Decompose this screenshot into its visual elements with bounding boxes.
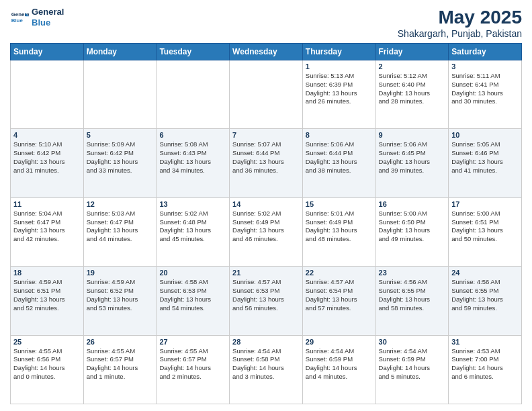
day-number: 19: [87, 269, 154, 277]
day-info: Sunrise: 4:59 AM Sunset: 6:52 PM Dayligh…: [87, 278, 154, 312]
weekday-header-saturday: Saturday: [449, 44, 522, 60]
calendar-body: 1Sunrise: 5:13 AM Sunset: 6:39 PM Daylig…: [11, 60, 522, 404]
day-number: 13: [159, 200, 226, 208]
calendar-cell: 18Sunrise: 4:59 AM Sunset: 6:51 PM Dayli…: [11, 267, 84, 335]
calendar-cell: 4Sunrise: 5:10 AM Sunset: 6:42 PM Daylig…: [11, 129, 84, 197]
day-info: Sunrise: 4:54 AM Sunset: 6:59 PM Dayligh…: [306, 347, 373, 381]
calendar-cell: 30Sunrise: 4:54 AM Sunset: 6:59 PM Dayli…: [375, 335, 449, 404]
header: General Blue General Blue May 2025 Shaka…: [10, 7, 522, 39]
day-info: Sunrise: 5:00 AM Sunset: 6:51 PM Dayligh…: [451, 210, 519, 244]
day-number: 15: [306, 200, 373, 208]
calendar-cell: 23Sunrise: 4:56 AM Sunset: 6:55 PM Dayli…: [375, 267, 449, 335]
day-number: 6: [159, 131, 226, 139]
calendar-cell: 15Sunrise: 5:01 AM Sunset: 6:49 PM Dayli…: [302, 197, 375, 266]
day-number: 22: [306, 269, 373, 277]
calendar-cell: 28Sunrise: 4:54 AM Sunset: 6:58 PM Dayli…: [230, 335, 303, 404]
calendar-cell: 16Sunrise: 5:00 AM Sunset: 6:50 PM Dayli…: [375, 197, 449, 266]
weekday-header-friday: Friday: [375, 44, 449, 60]
calendar-cell: 6Sunrise: 5:08 AM Sunset: 6:43 PM Daylig…: [157, 129, 230, 197]
day-number: 12: [87, 200, 154, 208]
day-number: 24: [451, 269, 519, 277]
day-info: Sunrise: 4:55 AM Sunset: 6:56 PM Dayligh…: [13, 347, 81, 381]
subtitle: Shakargarh, Punjab, Pakistan: [398, 28, 522, 39]
title-block: May 2025 Shakargarh, Punjab, Pakistan: [398, 7, 522, 39]
day-number: 29: [306, 338, 373, 346]
day-number: 2: [379, 62, 446, 71]
day-number: 5: [87, 131, 154, 139]
day-number: 8: [306, 131, 373, 139]
day-number: 23: [379, 269, 446, 277]
day-info: Sunrise: 5:11 AM Sunset: 6:41 PM Dayligh…: [451, 72, 519, 106]
day-info: Sunrise: 4:58 AM Sunset: 6:53 PM Dayligh…: [159, 278, 226, 312]
weekday-header-thursday: Thursday: [302, 44, 375, 60]
day-number: 21: [232, 269, 300, 277]
calendar-cell: 13Sunrise: 5:02 AM Sunset: 6:48 PM Dayli…: [157, 197, 230, 266]
calendar-cell: [83, 60, 157, 129]
calendar-cell: [157, 60, 230, 129]
page: General Blue General Blue May 2025 Shaka…: [0, 0, 532, 411]
day-info: Sunrise: 4:54 AM Sunset: 6:58 PM Dayligh…: [232, 347, 300, 381]
day-info: Sunrise: 5:12 AM Sunset: 6:40 PM Dayligh…: [379, 72, 446, 106]
day-info: Sunrise: 5:02 AM Sunset: 6:49 PM Dayligh…: [232, 210, 300, 244]
day-number: 10: [451, 131, 519, 139]
calendar-cell: 26Sunrise: 4:55 AM Sunset: 6:57 PM Dayli…: [83, 335, 157, 404]
day-number: 7: [232, 131, 300, 139]
calendar-cell: 29Sunrise: 4:54 AM Sunset: 6:59 PM Dayli…: [302, 335, 375, 404]
day-number: 25: [13, 338, 81, 346]
calendar-header: SundayMondayTuesdayWednesdayThursdayFrid…: [11, 44, 522, 60]
calendar-cell: 5Sunrise: 5:09 AM Sunset: 6:42 PM Daylig…: [83, 129, 157, 197]
calendar-week-5: 25Sunrise: 4:55 AM Sunset: 6:56 PM Dayli…: [11, 335, 522, 404]
day-info: Sunrise: 4:56 AM Sunset: 6:55 PM Dayligh…: [451, 278, 519, 312]
calendar-week-4: 18Sunrise: 4:59 AM Sunset: 6:51 PM Dayli…: [11, 267, 522, 335]
main-title: May 2025: [398, 7, 522, 28]
calendar-cell: 7Sunrise: 5:07 AM Sunset: 6:44 PM Daylig…: [230, 129, 303, 197]
day-number: 17: [451, 200, 519, 208]
calendar-cell: 11Sunrise: 5:04 AM Sunset: 6:47 PM Dayli…: [11, 197, 84, 266]
logo-text: General Blue: [32, 7, 64, 28]
logo-icon: General Blue: [10, 8, 29, 27]
calendar-cell: 24Sunrise: 4:56 AM Sunset: 6:55 PM Dayli…: [449, 267, 522, 335]
day-info: Sunrise: 5:04 AM Sunset: 6:47 PM Dayligh…: [13, 210, 81, 244]
weekday-header-sunday: Sunday: [11, 44, 84, 60]
day-info: Sunrise: 5:13 AM Sunset: 6:39 PM Dayligh…: [306, 72, 373, 106]
day-number: 30: [379, 338, 446, 346]
calendar-table: SundayMondayTuesdayWednesdayThursdayFrid…: [10, 43, 522, 404]
calendar-cell: 3Sunrise: 5:11 AM Sunset: 6:41 PM Daylig…: [449, 60, 522, 129]
calendar-week-2: 4Sunrise: 5:10 AM Sunset: 6:42 PM Daylig…: [11, 129, 522, 197]
calendar-cell: 22Sunrise: 4:57 AM Sunset: 6:54 PM Dayli…: [302, 267, 375, 335]
day-info: Sunrise: 4:54 AM Sunset: 6:59 PM Dayligh…: [379, 347, 446, 381]
calendar-cell: 12Sunrise: 5:03 AM Sunset: 6:47 PM Dayli…: [83, 197, 157, 266]
day-info: Sunrise: 5:03 AM Sunset: 6:47 PM Dayligh…: [87, 210, 154, 244]
day-info: Sunrise: 5:06 AM Sunset: 6:45 PM Dayligh…: [379, 140, 446, 175]
day-info: Sunrise: 4:53 AM Sunset: 7:00 PM Dayligh…: [451, 347, 519, 381]
day-info: Sunrise: 4:56 AM Sunset: 6:55 PM Dayligh…: [379, 278, 446, 312]
day-info: Sunrise: 5:09 AM Sunset: 6:42 PM Dayligh…: [87, 140, 154, 175]
day-info: Sunrise: 5:07 AM Sunset: 6:44 PM Dayligh…: [232, 140, 300, 175]
day-info: Sunrise: 5:10 AM Sunset: 6:42 PM Dayligh…: [13, 140, 81, 175]
calendar-cell: 20Sunrise: 4:58 AM Sunset: 6:53 PM Dayli…: [157, 267, 230, 335]
calendar-week-3: 11Sunrise: 5:04 AM Sunset: 6:47 PM Dayli…: [11, 197, 522, 266]
day-number: 9: [379, 131, 446, 139]
day-info: Sunrise: 5:02 AM Sunset: 6:48 PM Dayligh…: [159, 210, 226, 244]
calendar-cell: 27Sunrise: 4:55 AM Sunset: 6:57 PM Dayli…: [157, 335, 230, 404]
day-number: 18: [13, 269, 81, 277]
svg-text:Blue: Blue: [11, 17, 24, 24]
weekday-header-row: SundayMondayTuesdayWednesdayThursdayFrid…: [11, 44, 522, 60]
day-info: Sunrise: 4:55 AM Sunset: 6:57 PM Dayligh…: [159, 347, 226, 381]
calendar-cell: 14Sunrise: 5:02 AM Sunset: 6:49 PM Dayli…: [230, 197, 303, 266]
day-info: Sunrise: 4:57 AM Sunset: 6:53 PM Dayligh…: [232, 278, 300, 312]
day-info: Sunrise: 5:06 AM Sunset: 6:44 PM Dayligh…: [306, 140, 373, 175]
calendar-cell: 25Sunrise: 4:55 AM Sunset: 6:56 PM Dayli…: [11, 335, 84, 404]
day-info: Sunrise: 4:57 AM Sunset: 6:54 PM Dayligh…: [306, 278, 373, 312]
calendar-cell: 9Sunrise: 5:06 AM Sunset: 6:45 PM Daylig…: [375, 129, 449, 197]
day-number: 14: [232, 200, 300, 208]
day-number: 26: [87, 338, 154, 346]
weekday-header-wednesday: Wednesday: [230, 44, 303, 60]
day-info: Sunrise: 4:55 AM Sunset: 6:57 PM Dayligh…: [87, 347, 154, 381]
day-number: 4: [13, 131, 81, 139]
calendar-cell: 2Sunrise: 5:12 AM Sunset: 6:40 PM Daylig…: [375, 60, 449, 129]
calendar-cell: 19Sunrise: 4:59 AM Sunset: 6:52 PM Dayli…: [83, 267, 157, 335]
day-info: Sunrise: 5:01 AM Sunset: 6:49 PM Dayligh…: [306, 210, 373, 244]
weekday-header-tuesday: Tuesday: [157, 44, 230, 60]
day-number: 31: [451, 338, 519, 346]
